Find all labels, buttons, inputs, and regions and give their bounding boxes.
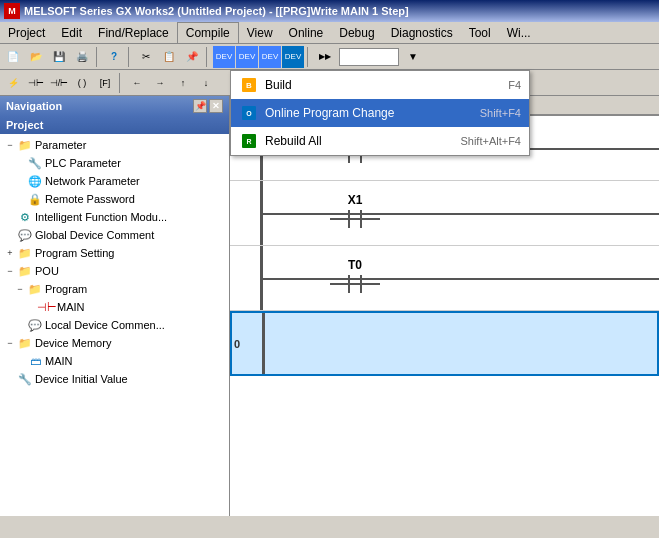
expand-program[interactable]: −	[14, 283, 26, 295]
nav-title: Navigation	[6, 100, 62, 112]
new-btn[interactable]: 📄	[2, 46, 24, 68]
dev-btn1[interactable]: DEV	[213, 46, 235, 68]
expand-plc-param	[14, 157, 26, 169]
dropdown-item-rebuild-all[interactable]: R Rebuild All Shift+Alt+F4	[231, 127, 529, 155]
icon-local-comment: 💬	[27, 317, 43, 333]
contact-t0[interactable]: T0	[330, 258, 380, 293]
tree-item-local-comment[interactable]: 💬 Local Device Commen...	[2, 316, 227, 334]
online-change-label: Online Program Change	[265, 106, 474, 120]
tree-item-pou[interactable]: − 📁 POU	[2, 262, 227, 280]
menu-diagnostics[interactable]: Diagnostics	[383, 22, 461, 43]
menu-bar: Project Edit Find/Replace Compile View O…	[0, 22, 659, 44]
svg-text:O: O	[246, 110, 252, 117]
tb2-btn4[interactable]: ( )	[71, 72, 93, 94]
menu-debug[interactable]: Debug	[331, 22, 382, 43]
tb2-btn7[interactable]: →	[149, 72, 171, 94]
online-change-icon: O	[239, 103, 259, 123]
tb2-btn1[interactable]: ⚡	[2, 72, 24, 94]
title-text: MELSOFT Series GX Works2 (Untitled Proje…	[24, 5, 409, 17]
zoom-input[interactable]	[339, 48, 399, 66]
build-label: Build	[265, 78, 502, 92]
tree-area: − 📁 Parameter 🔧 PLC Parameter 🌐 Network …	[0, 134, 229, 516]
icon-program: 📁	[27, 281, 43, 297]
tree-item-device-memory[interactable]: − 📁 Device Memory	[2, 334, 227, 352]
project-label: Project	[0, 116, 229, 134]
monitor-btn[interactable]: ▶▶	[314, 46, 336, 68]
save-btn[interactable]: 💾	[48, 46, 70, 68]
tree-item-global-comment[interactable]: 💬 Global Device Comment	[2, 226, 227, 244]
tb2-btn5[interactable]: [F]	[94, 72, 116, 94]
tree-item-parameter[interactable]: − 📁 Parameter	[2, 136, 227, 154]
tree-item-remote-pass[interactable]: 🔒 Remote Password	[2, 190, 227, 208]
content-area: [PRG]Write MAIN 1 Step ✕ Device Memory M…	[230, 96, 659, 516]
title-bar: M MELSOFT Series GX Works2 (Untitled Pro…	[0, 0, 659, 22]
row-number-0: 0	[234, 338, 240, 350]
dropdown-item-build[interactable]: B Build F4	[231, 71, 529, 99]
tree-item-program[interactable]: − 📁 Program	[2, 280, 227, 298]
nav-panel: Navigation 📌 ✕ Project − 📁 Parameter 🔧 P…	[0, 96, 230, 516]
rung-line-3	[263, 278, 659, 280]
ladder-area[interactable]: X0 X	[230, 116, 659, 516]
expand-pou[interactable]: −	[4, 265, 16, 277]
menu-online[interactable]: Online	[281, 22, 332, 43]
expand-global-comment	[4, 229, 16, 241]
label-prog-setting: Program Setting	[35, 247, 114, 259]
icon-device-memory: 📁	[17, 335, 33, 351]
tb2-btn2[interactable]: ⊣⊢	[25, 72, 47, 94]
contact-x1[interactable]: X1	[330, 193, 380, 228]
expand-intelligent[interactable]	[4, 211, 16, 223]
copy-btn[interactable]: 📋	[158, 46, 180, 68]
svg-text:B: B	[246, 81, 252, 90]
nav-pin-btn[interactable]: 📌	[193, 99, 207, 113]
tree-item-net-param[interactable]: 🌐 Network Parameter	[2, 172, 227, 190]
tb2-btn9[interactable]: ↓	[195, 72, 217, 94]
open-btn[interactable]: 📂	[25, 46, 47, 68]
dropdown-item-online-change[interactable]: O Online Program Change Shift+F4	[231, 99, 529, 127]
menu-project[interactable]: Project	[0, 22, 53, 43]
tree-item-device-init[interactable]: 🔧 Device Initial Value	[2, 370, 227, 388]
menu-find-replace[interactable]: Find/Replace	[90, 22, 177, 43]
tb2-btn6[interactable]: ←	[126, 72, 148, 94]
menu-view[interactable]: View	[239, 22, 281, 43]
svg-text:R: R	[246, 138, 251, 145]
dev-btn4[interactable]: DEV	[282, 46, 304, 68]
label-device-memory: Device Memory	[35, 337, 111, 349]
rung-row-4-selected[interactable]: 0	[230, 311, 659, 376]
tree-item-intelligent[interactable]: ⚙ Intelligent Function Modu...	[2, 208, 227, 226]
tree-item-prog-setting[interactable]: + 📁 Program Setting	[2, 244, 227, 262]
tb2-btn3[interactable]: ⊣/⊢	[48, 72, 70, 94]
dev-btn3[interactable]: DEV	[259, 46, 281, 68]
cut-btn[interactable]: ✂	[135, 46, 157, 68]
expand-net-param	[14, 175, 26, 187]
contact-t0-symbol	[330, 275, 380, 293]
paste-btn[interactable]: 📌	[181, 46, 203, 68]
nav-close-btn[interactable]: ✕	[209, 99, 223, 113]
expand-parameter[interactable]: −	[4, 139, 16, 151]
expand-device-init	[4, 373, 16, 385]
tree-item-plc-param[interactable]: 🔧 PLC Parameter	[2, 154, 227, 172]
tree-item-mem-main[interactable]: 🗃 MAIN	[2, 352, 227, 370]
menu-window[interactable]: Wi...	[499, 22, 539, 43]
expand-device-memory[interactable]: −	[4, 337, 16, 349]
expand-prog-setting[interactable]: +	[4, 247, 16, 259]
x1-mid	[350, 218, 360, 220]
icon-main: ⊣⊢	[39, 299, 55, 315]
left-bus-4	[262, 313, 265, 374]
dev-btn2[interactable]: DEV	[236, 46, 258, 68]
menu-compile[interactable]: Compile	[177, 22, 239, 43]
contact-t0-label: T0	[330, 258, 380, 272]
print-btn[interactable]: 🖨️	[71, 46, 93, 68]
icon-pou: 📁	[17, 263, 33, 279]
expand-remote-pass	[14, 193, 26, 205]
sep2	[128, 47, 132, 67]
contact-x1-symbol	[330, 210, 380, 228]
tree-item-main[interactable]: ⊣⊢ MAIN	[2, 298, 227, 316]
help-btn[interactable]: ?	[103, 46, 125, 68]
tb2-btn8[interactable]: ↑	[172, 72, 194, 94]
menu-edit[interactable]: Edit	[53, 22, 90, 43]
expand-mem-main	[14, 355, 26, 367]
compile-dropdown: B Build F4 O Online Program Change Shift…	[230, 70, 530, 156]
rebuild-all-shortcut: Shift+Alt+F4	[460, 135, 521, 147]
menu-tool[interactable]: Tool	[461, 22, 499, 43]
zoom-btn[interactable]: ▼	[402, 46, 424, 68]
